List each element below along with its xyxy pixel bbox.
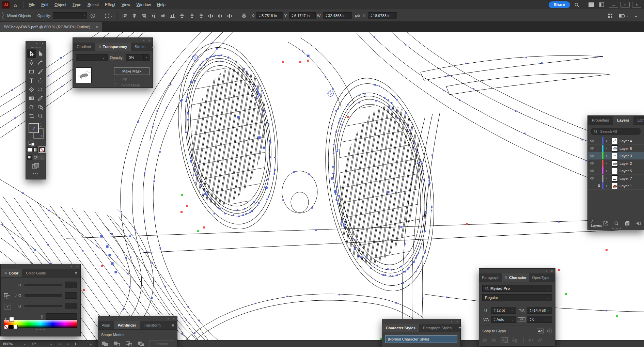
swap-fill-stroke-icon[interactable]: ⤸ (40, 123, 42, 127)
layer-name[interactable]: Layer 2 (619, 161, 632, 165)
panel-resize-grip[interactable] (588, 227, 644, 230)
edit-toolbar-icon[interactable]: ••• (26, 172, 46, 176)
snap-glyph-ag-icon[interactable]: Ag (537, 329, 544, 333)
panel-menu-icon[interactable]: ≡ (168, 323, 177, 328)
locate-object-icon[interactable] (614, 221, 619, 226)
menu-type[interactable]: Type (69, 2, 84, 7)
white-swatch[interactable] (14, 325, 18, 329)
layer-row[interactable]: › Layer 6 (588, 145, 644, 152)
layer-row[interactable]: › Layer 2 (588, 160, 644, 167)
shape-builder-tool[interactable] (36, 102, 45, 111)
document-tab[interactable]: 58Chevy-DWS.pdf* @ 800 % (RGB/CPU Outlin… (0, 22, 102, 32)
menu-file[interactable]: File (26, 2, 38, 7)
window-maximize-button[interactable]: □ (621, 2, 630, 8)
layer-thumbnail[interactable] (612, 175, 618, 182)
distribute-left-icon[interactable] (207, 13, 215, 19)
layer-name[interactable]: Layer 3 (619, 154, 632, 158)
expand-layer-icon[interactable]: › (603, 176, 610, 180)
artboard-number-select[interactable]: 1⌄ (71, 341, 95, 347)
snap-anchor-point-icon[interactable]: Aª (538, 338, 542, 343)
fill-proxy[interactable]: ? (29, 123, 39, 133)
tab-align[interactable]: Align (98, 321, 114, 329)
collapse-panel-icon[interactable]: « (168, 317, 169, 320)
visibility-eye-icon[interactable] (588, 169, 596, 172)
align-top-icon[interactable] (150, 13, 157, 19)
visibility-eye-icon[interactable] (588, 177, 596, 180)
gradient-swatch-button[interactable] (33, 147, 38, 152)
tab-character-styles[interactable]: Character Styles (382, 324, 419, 332)
collapse-panel-icon[interactable]: « (36, 42, 38, 45)
font-size-select[interactable]: ▲▼12 pt⌄ (491, 307, 516, 314)
snap-descender-icon[interactable]: Âg (512, 338, 517, 343)
prev-artboard-icon[interactable]: ◀ (64, 342, 71, 346)
expand-layer-icon[interactable]: › (603, 184, 610, 188)
layers-search-input[interactable]: Search All (591, 128, 641, 135)
selection-tool[interactable] (27, 49, 36, 58)
eraser-tool[interactable] (27, 85, 36, 94)
black-swatch[interactable] (9, 325, 13, 329)
swap-colors-icon[interactable]: ⤸ (15, 293, 17, 297)
draw-inside-mode-button[interactable] (39, 155, 45, 160)
snap-xheight-icon[interactable]: Âx (491, 338, 496, 343)
r-slider[interactable] (25, 284, 62, 286)
layer-name[interactable]: Layer 5 (619, 169, 632, 173)
home-icon[interactable]: ⌂ (10, 2, 21, 8)
layer-row[interactable]: › Layer 1 (588, 182, 644, 190)
transform-box-icon[interactable]: ⌄ (103, 13, 114, 19)
shaper-tool[interactable] (36, 85, 45, 94)
snap-baseline-icon[interactable]: Ax (482, 338, 487, 343)
screen-mode-icon[interactable] (26, 163, 46, 169)
lock-icon[interactable] (596, 184, 602, 188)
hex-input[interactable] (46, 313, 77, 320)
opacity-input[interactable] (53, 12, 81, 19)
layer-name[interactable]: Layer 4 (619, 139, 632, 143)
tab-layers[interactable]: Layers (613, 116, 633, 125)
height-input[interactable]: ▲▼18.9788 in (368, 12, 397, 19)
unite-icon[interactable] (101, 341, 108, 347)
tab-stroke[interactable]: Stroke (131, 43, 149, 51)
tab-paragraph-styles[interactable]: Paragraph Styles (419, 324, 455, 332)
pen-tool[interactable] (27, 58, 36, 67)
b-slider[interactable] (25, 305, 62, 307)
zoom-level-select[interactable]: 800%⌄ (0, 341, 29, 347)
layer-thumbnail[interactable] (612, 183, 618, 189)
tracking-select[interactable]: ▲▼0⌄ (527, 316, 552, 323)
share-button[interactable]: Share (549, 1, 570, 8)
window-close-button[interactable]: × (632, 2, 641, 8)
expand-layer-icon[interactable]: › (603, 169, 610, 173)
font-style-select[interactable]: Regular⌄ (482, 294, 552, 301)
artboard-tool[interactable] (27, 111, 36, 120)
layer-row-selected[interactable]: › Layer 3 (588, 152, 644, 160)
panel-menu-icon[interactable]: ≡ (72, 271, 80, 276)
tab-opentype[interactable]: OpenType (529, 273, 552, 282)
menu-window[interactable]: Window (133, 2, 154, 7)
direct-selection-tool[interactable] (36, 49, 45, 58)
close-tab-icon[interactable]: × (96, 25, 98, 29)
default-fill-stroke-icon[interactable] (29, 141, 33, 145)
expand-layer-icon[interactable]: › (603, 154, 610, 158)
snap-angular-guide-icon[interactable]: A∖ (528, 338, 534, 343)
y-input[interactable]: ▲▼6.1747 in (289, 12, 316, 19)
layer-thumbnail[interactable] (612, 138, 618, 144)
tab-gradient[interactable]: Gradient (73, 43, 95, 51)
recolor-artwork-icon[interactable] (89, 13, 97, 19)
object-thumbnail[interactable] (76, 67, 92, 83)
rotation-select[interactable]: 0°⌄ (29, 341, 56, 347)
control-panel-menu-icon[interactable]: ≡ (633, 13, 639, 19)
collapse-panel-icon[interactable]: « (451, 320, 453, 323)
g-slider[interactable] (25, 294, 62, 297)
zoom-tool[interactable] (36, 111, 45, 120)
tab-transform[interactable]: Transform (140, 321, 164, 329)
panel-menu-icon[interactable]: ≡ (149, 44, 158, 49)
collect-for-export-icon[interactable] (603, 221, 608, 226)
color-swatch-button[interactable] (27, 147, 32, 152)
visibility-eye-icon[interactable] (588, 154, 596, 157)
blend-mode-select[interactable]: ⌄ (76, 54, 108, 61)
visibility-eye-icon[interactable] (588, 162, 596, 165)
rotate-tool[interactable] (36, 76, 45, 85)
menu-object[interactable]: Object (51, 2, 69, 7)
opacity-value-input[interactable]: 0% (126, 54, 144, 61)
visibility-eye-icon[interactable] (588, 147, 596, 150)
opacity-dropdown-button[interactable]: › (81, 12, 87, 19)
layer-thumbnail[interactable] (612, 168, 618, 174)
